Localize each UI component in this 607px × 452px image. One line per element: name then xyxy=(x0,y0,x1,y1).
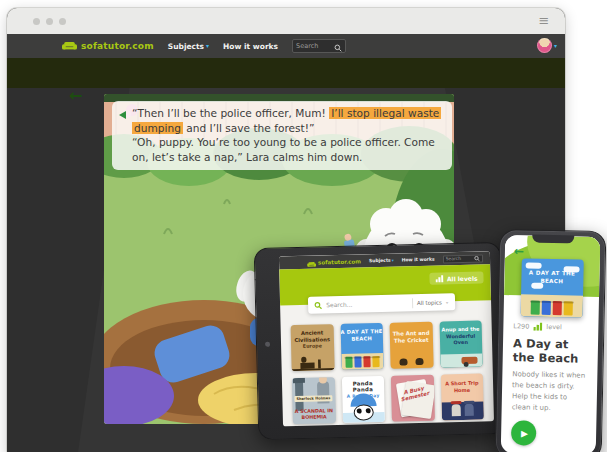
phone-book-details: L290 level A Day at the Beach Nobody lik… xyxy=(501,321,599,452)
window-dot xyxy=(59,18,66,25)
book-grid: Ancient CivilisationsEurope A Day at the… xyxy=(291,321,484,425)
back-arrow-icon[interactable]: ← xyxy=(69,86,82,105)
book-cover-short-trip-home[interactable]: A Short Trip Home xyxy=(440,373,484,420)
book-description: Nobody likes it when the beach is dirty.… xyxy=(512,369,588,414)
nav-search-box xyxy=(292,39,346,53)
cover-art xyxy=(465,404,474,416)
nav-item-how-it-works[interactable]: How it works xyxy=(223,42,278,51)
all-topics-filter[interactable]: All topics ⌄ xyxy=(417,299,449,306)
cover-art xyxy=(341,353,384,370)
book-title: Ancient Civilisations xyxy=(294,329,330,342)
trash-bin-icon xyxy=(552,301,561,315)
caret-down-icon: ▾ xyxy=(392,258,394,262)
dialogue-text-box: “Then I’ll be the police officer, Mum! I… xyxy=(112,101,452,170)
book-title: A Scandal in Bohemia xyxy=(293,408,336,421)
nav-item-how-it-works[interactable]: How it works xyxy=(402,257,435,263)
tablet-screen: sofatutor.com Subjects ▾ How it works Se… xyxy=(279,251,494,426)
nav-item-label: Subjects xyxy=(369,258,391,264)
sofatutor-logo[interactable]: sofatutor.com xyxy=(62,41,154,51)
tablet-search-bar: All topics ⌄ xyxy=(308,293,455,314)
all-levels-label: All levels xyxy=(447,274,478,282)
tablet-search-input[interactable] xyxy=(326,299,408,308)
user-menu[interactable]: ▾ xyxy=(537,38,557,53)
dialogue-marker-icon xyxy=(119,111,126,119)
search-icon xyxy=(314,301,322,309)
hamburger-menu-icon[interactable]: ≡ xyxy=(537,14,551,28)
phone-notch xyxy=(532,235,574,244)
book-cover-wonderful-oven[interactable]: Anup and theWonderful Oven xyxy=(439,321,483,368)
level-code: L290 xyxy=(513,322,529,330)
play-button[interactable]: ▶ xyxy=(511,421,537,447)
trash-bin-icon xyxy=(372,356,379,367)
book-cover-ant-and-cricket[interactable]: The Ant and The Cricket xyxy=(390,322,434,369)
book-title: Panda Panda xyxy=(353,380,374,392)
level-row: L290 level xyxy=(513,321,588,332)
book-subtitle: A Rainy Day xyxy=(347,393,380,399)
trash-bin-icon xyxy=(541,301,550,315)
caret-down-icon: ▾ xyxy=(206,43,209,49)
book-cover-panda-panda[interactable]: Panda PandaA Rainy Day xyxy=(341,376,385,423)
trash-bin-icon xyxy=(363,356,370,367)
all-levels-button[interactable]: All levels xyxy=(430,271,484,284)
book-title: A Short Trip Home xyxy=(440,373,483,393)
book-title: A Day at the Beach xyxy=(340,323,383,343)
dialogue-part1: “Then I’ll be the police officer, Mum! xyxy=(132,107,329,119)
trash-bin-icon xyxy=(345,357,352,368)
book-cover-day-at-the-beach[interactable]: A Day at the Beach xyxy=(340,323,384,370)
nav-item-label: How it works xyxy=(402,257,435,263)
brand-name[interactable]: sofatutor.com xyxy=(318,258,361,265)
trash-bin-icon xyxy=(530,301,539,315)
nav-item-subjects[interactable]: Subjects ▾ xyxy=(369,258,394,264)
search-input[interactable] xyxy=(296,42,334,50)
book-cover-ancient-civilisations[interactable]: Ancient CivilisationsEurope xyxy=(291,324,335,371)
search-icon[interactable] xyxy=(334,37,342,56)
tablet-mockup: sofatutor.com Subjects ▾ How it works Se… xyxy=(254,242,506,440)
couch-icon xyxy=(62,41,77,51)
search-icon xyxy=(474,255,480,261)
book-title: Wonderful Oven xyxy=(446,332,475,345)
cover-title: A Day at the Beach xyxy=(521,258,584,286)
browser-chrome-bar: ≡ xyxy=(7,8,565,34)
back-arrow-icon[interactable]: ← xyxy=(514,244,524,258)
cover-art xyxy=(520,294,582,317)
book-cover-scandal-in-bohemia[interactable]: Sherlock Holmes A Scandal in Bohemia xyxy=(292,377,336,424)
caret-down-icon: ▾ xyxy=(554,43,557,49)
search-placeholder: Search xyxy=(446,256,462,261)
book-series: Sherlock Holmes xyxy=(294,395,332,402)
level-label: level xyxy=(546,322,562,330)
level-icon xyxy=(533,322,542,331)
chevron-down-icon: ⌄ xyxy=(445,299,449,304)
tablet-nav-search-box[interactable]: Search xyxy=(443,254,483,263)
dialogue-line2: “Oh, puppy. You’re too young to be a pol… xyxy=(132,136,435,163)
book-cover-busy-semester[interactable]: A Busy Semester xyxy=(391,375,435,422)
nav-item-subjects[interactable]: Subjects ▾ xyxy=(168,42,209,51)
all-topics-label: All topics xyxy=(417,299,442,306)
nav-item-label: Subjects xyxy=(168,42,204,51)
tablet-camera-icon xyxy=(265,342,270,347)
cover-art xyxy=(291,355,334,371)
trash-bin-icon xyxy=(354,356,361,367)
book-title: The Ant and The Cricket xyxy=(390,322,433,345)
levels-icon xyxy=(436,274,444,282)
cover-art xyxy=(441,401,484,420)
dimmed-site-header xyxy=(7,58,565,88)
window-dot xyxy=(33,18,40,25)
phone-screen: ← A Day at the Beach L290 level A Day at… xyxy=(501,235,601,452)
window-control-dots xyxy=(33,18,66,25)
book-title: A Day at the Beach xyxy=(513,336,589,366)
divider xyxy=(412,298,413,308)
avatar xyxy=(537,38,552,53)
panda-icon xyxy=(353,404,373,420)
book-subtitle: Europe xyxy=(303,343,322,348)
trash-bin-icon xyxy=(563,301,572,315)
window-dot xyxy=(46,18,53,25)
cover-art xyxy=(461,357,477,364)
phone-book-cover[interactable]: A Day at the Beach xyxy=(520,258,583,317)
cover-art xyxy=(451,404,460,416)
site-navbar: sofatutor.com Subjects ▾ How it works ▾ xyxy=(7,34,565,58)
dialogue-part2: and I’ll save the forest!” xyxy=(183,122,315,134)
phone-mockup: ← A Day at the Beach L290 level A Day at… xyxy=(495,229,607,452)
cover-art xyxy=(390,358,433,366)
nav-item-label: How it works xyxy=(223,42,278,51)
brand-name: sofatutor.com xyxy=(81,41,154,51)
